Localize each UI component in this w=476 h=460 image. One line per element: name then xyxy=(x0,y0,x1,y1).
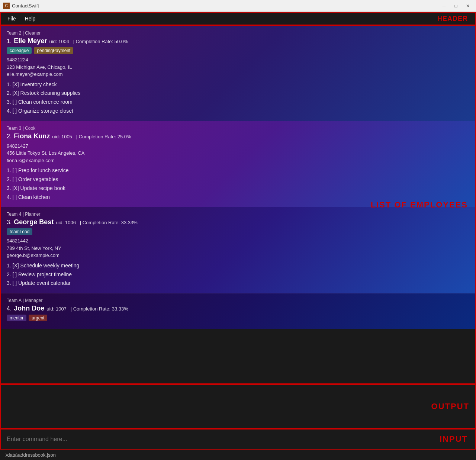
address: 456 Little Tokyo St, Los Angeles, CA xyxy=(7,149,469,157)
task-item: 3. [X] Update recipe book xyxy=(7,184,469,193)
contact-info: 94821442789 4th St, New York, NYgeorge.b… xyxy=(7,237,469,259)
address: 123 Michigan Ave, Chicago, IL xyxy=(7,64,469,71)
employee-meta: uid: 1006 | Completion Rate: 33.33% xyxy=(56,220,137,225)
employee-list-container: Team 2 | Cleaner 1. Elle Meyer uid: 1004… xyxy=(0,25,476,384)
employee-list[interactable]: Team 2 | Cleaner 1. Elle Meyer uid: 1004… xyxy=(1,26,475,383)
title-text: ContactSwift xyxy=(12,3,39,9)
phone: 94821427 xyxy=(7,142,469,150)
menu-items: File Help xyxy=(4,14,39,23)
input-area: INPUT xyxy=(0,429,476,450)
tasks-list: 1. [X] Schedule weekly meeting2. [ ] Rev… xyxy=(7,261,469,288)
tag-pendingPayment: pendingPayment xyxy=(34,47,73,54)
employee-name-row: 3. George Best uid: 1006 | Completion Ra… xyxy=(7,218,469,226)
menu-file[interactable]: File xyxy=(4,14,20,23)
email: elle.meyer@example.com xyxy=(7,71,469,78)
task-item: 4. [ ] Organize storage closet xyxy=(7,107,469,116)
employee-name: John Doe xyxy=(14,305,44,312)
task-item: 3. [ ] Update event calendar xyxy=(7,279,469,288)
status-text: .\data\addressbook.json xyxy=(4,452,56,458)
email: george.b@example.com xyxy=(7,252,469,259)
task-item: 1. [X] Inventory check xyxy=(7,80,469,89)
tags-row: teamLead xyxy=(7,228,469,235)
task-item: 2. [ ] Order vegetables xyxy=(7,175,469,184)
app-icon: C xyxy=(3,3,10,9)
employee-index: 3. xyxy=(7,219,12,226)
maximize-button[interactable]: □ xyxy=(451,2,461,10)
employee-meta: uid: 1005 | Completion Rate: 25.0% xyxy=(52,134,131,139)
menu-help[interactable]: Help xyxy=(21,14,39,23)
team-label: Team 3 | Cook xyxy=(7,126,469,131)
minimize-button[interactable]: ─ xyxy=(439,2,449,10)
status-bar: .\data\addressbook.json xyxy=(0,450,476,460)
email: fiona.k@example.com xyxy=(7,157,469,164)
employee-card: Team 3 | Cook 2. Fiona Kunz uid: 1005 | … xyxy=(1,121,475,208)
contact-info: 94821224123 Michigan Ave, Chicago, ILell… xyxy=(7,56,469,78)
output-label: OUTPUT xyxy=(431,402,469,411)
tag-mentor: mentor xyxy=(7,315,26,321)
employee-name: George Best xyxy=(14,218,54,226)
output-area: OUTPUT xyxy=(0,384,476,429)
tasks-list: 1. [X] Inventory check2. [X] Restock cle… xyxy=(7,80,469,116)
task-item: 2. [ ] Review project timeline xyxy=(7,270,469,279)
employee-index: 1. xyxy=(7,38,12,45)
tag-teamLead: teamLead xyxy=(7,228,32,235)
task-item: 1. [X] Schedule weekly meeting xyxy=(7,261,469,270)
employee-card: Team 4 | Planner 3. George Best uid: 100… xyxy=(1,207,475,293)
title-bar-left: C ContactSwift xyxy=(3,3,39,9)
window-controls: ─ □ ✕ xyxy=(439,2,473,10)
input-label: INPUT xyxy=(440,434,472,444)
phone: 94821442 xyxy=(7,237,469,245)
tags-row: mentorurgent xyxy=(7,315,469,321)
team-label: Team 2 | Cleaner xyxy=(7,30,469,36)
team-label: Team 4 | Planner xyxy=(7,212,469,217)
tasks-list: 1. [ ] Prep for lunch service2. [ ] Orde… xyxy=(7,166,469,202)
employee-card: Team A | Manager 4. John Doe uid: 1007 |… xyxy=(1,293,475,329)
phone: 94821224 xyxy=(7,56,469,64)
employee-index: 2. xyxy=(7,133,12,140)
employee-name-row: 4. John Doe uid: 1007 | Completion Rate:… xyxy=(7,305,469,312)
app-icon-text: C xyxy=(5,4,7,8)
command-input[interactable] xyxy=(4,433,440,445)
address: 789 4th St, New York, NY xyxy=(7,245,469,252)
menu-bar: File Help HEADER xyxy=(0,12,476,25)
employee-card: Team 2 | Cleaner 1. Elle Meyer uid: 1004… xyxy=(1,26,475,121)
employee-name: Elle Meyer xyxy=(14,37,47,45)
contact-info: 94821427456 Little Tokyo St, Los Angeles… xyxy=(7,142,469,164)
employee-meta: uid: 1007 | Completion Rate: 33.33% xyxy=(46,306,128,312)
team-label: Team A | Manager xyxy=(7,298,469,303)
employee-index: 4. xyxy=(7,305,12,312)
employee-name: Fiona Kunz xyxy=(14,132,50,140)
employee-meta: uid: 1004 | Completion Rate: 50.0% xyxy=(49,39,128,44)
header-label: HEADER xyxy=(437,15,472,23)
title-bar: C ContactSwift ─ □ ✕ xyxy=(0,0,476,12)
task-item: 2. [X] Restock cleaning supplies xyxy=(7,89,469,98)
tags-row: colleaguependingPayment xyxy=(7,47,469,54)
task-item: 3. [ ] Clean conference room xyxy=(7,98,469,107)
task-item: 1. [ ] Prep for lunch service xyxy=(7,166,469,175)
task-item: 4. [ ] Clean kitchen xyxy=(7,193,469,202)
tag-urgent: urgent xyxy=(29,315,47,321)
tag-colleague: colleague xyxy=(7,47,32,54)
employee-name-row: 1. Elle Meyer uid: 1004 | Completion Rat… xyxy=(7,37,469,45)
close-button[interactable]: ✕ xyxy=(463,2,473,10)
main-content: Team 2 | Cleaner 1. Elle Meyer uid: 1004… xyxy=(0,25,476,460)
employee-name-row: 2. Fiona Kunz uid: 1005 | Completion Rat… xyxy=(7,132,469,140)
